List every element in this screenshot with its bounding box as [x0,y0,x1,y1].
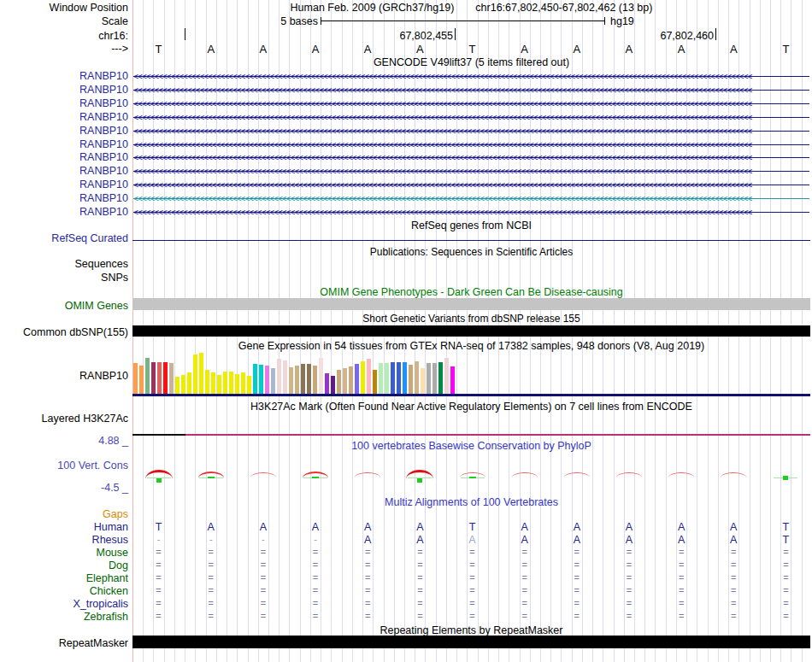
scale-value: 5 bases [280,15,318,27]
repeatmasker-track-title[interactable]: Repeating Elements by RepeatMasker [132,624,810,636]
gene-row-arrows[interactable]: <<<<<<<<<<<<<<<<<<<<<<<<<<<<<<<<<<<<<<<<… [133,139,809,151]
h3k27ac-signal-black[interactable] [132,434,185,436]
common-dbsnp-label[interactable]: Common dbSNP(155) [0,326,128,338]
multiz-cell: - [308,534,323,544]
multiz-cell: A [517,521,533,533]
coord-tick [715,28,716,40]
h3k27ac-signal-pink[interactable] [185,434,810,436]
multiz-cell: A [256,521,271,533]
gene-row-arrows[interactable]: <<<<<<<<<<<<<<<<<<<<<<<<<<<<<<<<<<<<<<<<… [133,152,809,164]
multiz-species-label[interactable]: Dog [0,559,128,571]
gene-row-label[interactable]: RANBP10 [0,151,128,163]
multiz-species-label[interactable]: Zebrafish [0,611,128,623]
multiz-species-label[interactable]: Chicken [0,585,128,597]
gtex-gene-label[interactable]: RANBP10 [0,370,128,382]
phylop-green-square [417,478,422,483]
multiz-cell: T [778,534,793,546]
multiz-cell: A [360,521,375,533]
sequences-label[interactable]: Sequences [0,258,128,270]
gene-row-arrows[interactable]: <<<<<<<<<<<<<<<<<<<<<<<<<<<<<<<<<<<<<<<<… [133,71,809,83]
gene-row-label[interactable]: RANBP10 [0,192,128,204]
gene-row-arrows[interactable]: <<<<<<<<<<<<<<<<<<<<<<<<<<<<<<<<<<<<<<<<… [133,112,809,124]
gene-row-label[interactable]: RANBP10 [0,206,128,218]
conservation-mark [510,468,539,483]
gene-row-label[interactable]: RANBP10 [0,84,128,96]
repeatmasker-label[interactable]: RepeatMasker [0,637,128,649]
multiz-species-label[interactable]: Human [0,521,128,533]
multiz-cell: A [360,534,375,546]
refseq-track-title[interactable]: RefSeq genes from NCBI [132,220,810,231]
gene-row-label[interactable]: RANBP10 [0,111,128,123]
multiz-cell: = [517,585,533,595]
gene-row-label[interactable]: RANBP10 [0,179,128,190]
multiz-cell: = [621,572,637,583]
multiz-cell: A [517,534,533,546]
gencode-track-title[interactable]: GENCODE V49lift37 (5 items filtered out) [132,56,810,68]
gene-row-label[interactable]: RANBP10 [0,165,128,177]
multiz-cell: = [360,611,375,621]
gene-row-arrows[interactable]: <<<<<<<<<<<<<<<<<<<<<<<<<<<<<<<<<<<<<<<<… [133,179,809,191]
omim-gene-bar[interactable] [132,298,810,310]
gene-row-arrows[interactable]: <<<<<<<<<<<<<<<<<<<<<<<<<<<<<<<<<<<<<<<<… [133,85,809,97]
h3k27ac-track-title[interactable]: H3K27Ac Mark (Often Found Near Active Re… [132,401,810,413]
repeatmasker-element-bar[interactable] [132,636,810,648]
gene-row-arrows[interactable]: <<<<<<<<<<<<<<<<<<<<<<<<<<<<<<<<<<<<<<<<… [133,126,809,138]
multiz-cell: = [621,559,637,570]
gene-row-label[interactable]: RANBP10 [0,97,128,109]
gtex-tissue-bar [181,375,185,394]
gtex-track-title[interactable]: Gene Expression in 54 tissues from GTEx … [132,340,810,352]
multiz-gaps-label[interactable]: Gaps [0,508,128,520]
multiz-cell: = [621,611,637,621]
conservation-min-label: -4.5 _ [0,482,128,494]
dbsnp-track-title[interactable]: Short Genetic Variants from dbSNP releas… [132,313,810,325]
gtex-tissue-bar [193,354,197,394]
gtex-tissue-bar [163,362,168,394]
phylop-red-arc [355,472,380,477]
multiz-cell: = [151,598,167,608]
multiz-cell: A [569,521,585,533]
refseq-curated-label[interactable]: RefSeq Curated [0,232,128,244]
gtex-tissue-bar [343,368,347,394]
multiz-cell: = [203,547,219,557]
multiz-cell: A [726,521,741,533]
omim-genes-label[interactable]: OMIM Genes [0,300,128,312]
gtex-tissue-bar [409,365,413,394]
gene-row-arrows[interactable]: <<<<<<<<<<<<<<<<<<<<<<<<<<<<<<<<<<<<<<<<… [133,166,809,178]
gtex-tissue-bar [438,362,443,394]
multiz-cell: A [203,521,219,533]
layered-h3k27ac-label[interactable]: Layered H3K27Ac [0,413,128,425]
multiz-cell: = [517,598,533,608]
gene-row-arrows[interactable]: <<<<<<<<<<<<<<<<<<<<<<<<<<<<<<<<<<<<<<<<… [133,98,809,110]
multiz-cell: = [151,572,167,583]
multiz-species-label[interactable]: X_tropicalis [0,598,128,610]
base-sequence-row[interactable]: TAAAAATAAAAAT [0,43,812,56]
gtex-tissue-bar [349,366,353,394]
multiz-cell: = [256,598,271,608]
gene-row-arrows[interactable]: <<<<<<<<<<<<<<<<<<<<<<<<<<<<<<<<<<<<<<<<… [133,207,809,219]
omim-track-title[interactable]: OMIM Gene Phenotypes - Dark Green Can Be… [132,286,810,298]
refseq-gene-line[interactable] [132,240,810,241]
gtex-expression-barchart[interactable] [133,351,458,394]
conservation-track-label[interactable]: 100 Vert. Cons [0,460,128,472]
gene-row-label[interactable]: RANBP10 [0,70,128,82]
multiz-cell: = [569,598,585,608]
gene-row-label[interactable]: RANBP10 [0,125,128,137]
multiz-cell: A [621,534,637,546]
gtex-tissue-bar [331,376,335,394]
publications-track-title[interactable]: Publications: Sequences in Scientific Ar… [132,246,810,258]
dbsnp-variant-bar[interactable] [132,325,810,337]
multiz-track-title[interactable]: Multiz Alignments of 100 Vertebrates [132,496,810,508]
multiz-species-label[interactable]: Mouse [0,547,128,559]
scale-bar [321,21,605,21]
multiz-species-label[interactable]: Elephant [0,572,128,584]
multiz-cell: = [621,585,637,595]
snps-label[interactable]: SNPs [0,272,128,284]
gene-row-label[interactable]: RANBP10 [0,138,128,150]
multiz-cell: = [256,585,271,595]
conservation-track-title[interactable]: 100 vertebrates Basewise Conservation by… [132,440,810,452]
multiz-species-label[interactable]: Rhesus [0,534,128,546]
gtex-tissue-bar [283,360,287,394]
multiz-cell: = [203,572,219,583]
gene-row-arrows[interactable]: <<<<<<<<<<<<<<<<<<<<<<<<<<<<<<<<<<<<<<<<… [133,193,809,205]
multiz-cell: = [569,585,585,595]
